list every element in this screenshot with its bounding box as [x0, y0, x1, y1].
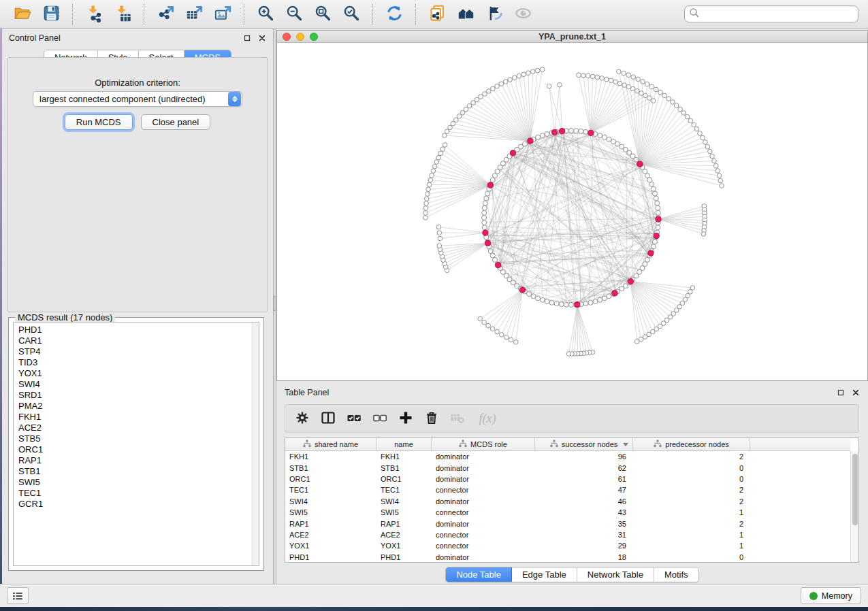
table-row[interactable]: TEC1TEC1connector472	[285, 484, 850, 495]
table-cell: dominator	[432, 497, 535, 506]
table-cell: 0	[633, 464, 750, 472]
export-image-button[interactable]	[208, 2, 237, 27]
mcds-result-item[interactable]: STB1	[18, 466, 252, 477]
mcds-result-item[interactable]: STB5	[18, 433, 252, 444]
mcds-result-item[interactable]: SWI5	[18, 477, 252, 488]
table-scrollbar-track[interactable]	[850, 451, 858, 562]
zoom-fit-button[interactable]	[308, 2, 337, 27]
table-cell: 0	[633, 553, 750, 561]
table-row[interactable]: SWI5SWI5connector431	[285, 507, 850, 518]
mcds-result-item[interactable]: ACE2	[18, 423, 252, 433]
close-panel-button[interactable]: Close panel	[141, 114, 211, 130]
refresh-button[interactable]	[380, 2, 408, 27]
float-panel-icon[interactable]	[242, 34, 251, 43]
table-row[interactable]: PHD1PHD1dominator180	[285, 552, 850, 563]
column-header-mcds-role[interactable]: MCDS role	[432, 438, 535, 450]
search-field[interactable]	[684, 5, 858, 22]
gear-button[interactable]	[292, 408, 312, 429]
export-table-button[interactable]	[180, 2, 208, 27]
table-scrollbar-thumb[interactable]	[852, 454, 858, 525]
eye-button[interactable]	[509, 2, 537, 27]
table-row[interactable]: STB1STB1dominator620	[285, 462, 850, 473]
mcds-result-item[interactable]: RAP1	[18, 455, 252, 466]
mcds-result-item[interactable]: SRD1	[18, 390, 252, 401]
column-header-predecessor-nodes[interactable]: predecessor nodes	[633, 438, 750, 450]
houses-icon	[457, 4, 475, 24]
split-view-button[interactable]	[318, 408, 338, 429]
network-graph[interactable]	[277, 44, 867, 380]
float-table-panel-icon[interactable]	[836, 389, 845, 397]
delete-table-button[interactable]	[447, 408, 468, 429]
mcds-result-item[interactable]: SWI4	[18, 379, 252, 390]
mcds-result-item[interactable]: FKH1	[18, 412, 252, 423]
table-cell: 61	[535, 475, 633, 483]
tab-motifs[interactable]: Motifs	[654, 567, 698, 582]
mcds-result-item[interactable]: TID3	[18, 357, 252, 368]
mcds-hub-node	[628, 279, 633, 284]
doc-share-button[interactable]	[423, 2, 451, 27]
houses-button[interactable]	[451, 2, 480, 27]
import-network-button[interactable]	[80, 2, 108, 27]
zoom-selected-button[interactable]	[337, 2, 366, 27]
mcds-result-item[interactable]: CAR1	[18, 335, 252, 346]
function-builder-icon: f(x)	[479, 412, 496, 426]
table-row[interactable]: YOX1YOX1connector291	[285, 540, 850, 551]
table-cell: dominator	[432, 464, 535, 472]
table-cell: 1	[633, 531, 750, 539]
column-header-shared-name[interactable]: shared name	[285, 438, 376, 450]
tab-node-table[interactable]: Node Table	[446, 567, 512, 582]
tab-network-table[interactable]: Network Table	[577, 567, 654, 582]
table-header-row: shared name name MCDS role successor nod…	[285, 438, 850, 451]
show-panels-list-button[interactable]	[7, 587, 29, 604]
table-row[interactable]: ACE2ACE2connector311	[285, 529, 850, 540]
export-network-button[interactable]	[151, 2, 180, 27]
minimize-traffic-light[interactable]	[296, 33, 304, 41]
run-mcds-button[interactable]: Run MCDS	[65, 114, 133, 130]
table-row[interactable]: FKH1FKH1dominator962	[285, 451, 850, 462]
network-graph-canvas[interactable]	[277, 44, 867, 380]
table-cell: SWI5	[285, 508, 376, 516]
mcds-hub-node	[575, 302, 580, 308]
add-button[interactable]	[396, 408, 416, 429]
close-table-panel-icon[interactable]	[851, 389, 860, 397]
zoom-in-button[interactable]	[251, 2, 280, 27]
column-header-name[interactable]: name	[376, 438, 432, 450]
select-all-button[interactable]	[344, 408, 364, 429]
column-header-successor-nodes[interactable]: successor nodes	[535, 438, 633, 450]
mcds-result-list[interactable]: PHD1CAR1STP4TID3YOX1SWI4SRD1PMA2FKH1ACE2…	[14, 323, 252, 565]
table-cell: connector	[432, 486, 535, 494]
mcds-result-item[interactable]: STP4	[18, 346, 252, 357]
optimization-criterion-select[interactable]: largest connected component (undirected)	[33, 91, 242, 107]
save-button[interactable]	[37, 2, 65, 27]
mcds-result-item[interactable]: YOX1	[18, 368, 252, 379]
export-table-icon	[185, 4, 204, 24]
deselect-all-button[interactable]	[370, 408, 390, 429]
mcds-list-scrollbar[interactable]	[252, 323, 259, 565]
close-traffic-light[interactable]	[283, 33, 291, 41]
memory-button[interactable]: Memory	[801, 587, 861, 604]
mcds-result-item[interactable]: ORC1	[18, 444, 252, 455]
flag-button[interactable]	[480, 2, 509, 27]
mcds-result-item[interactable]: TEC1	[18, 488, 252, 499]
open-folder-button[interactable]	[8, 2, 37, 27]
delete-button[interactable]	[421, 408, 442, 429]
table-cell: connector	[432, 542, 535, 550]
search-input[interactable]	[702, 9, 854, 20]
zoom-out-button[interactable]	[280, 2, 308, 27]
table-body[interactable]: FKH1FKH1dominator962STB1STB1dominator620…	[285, 451, 850, 562]
import-network-icon	[85, 4, 103, 24]
close-panel-icon[interactable]	[257, 34, 266, 43]
mcds-result-item[interactable]: PHD1	[18, 325, 252, 335]
tab-edge-table[interactable]: Edge Table	[512, 567, 577, 582]
table-row[interactable]: RAP1RAP1dominator352	[285, 518, 850, 529]
import-table-button[interactable]	[108, 2, 137, 27]
zoom-traffic-light[interactable]	[310, 33, 318, 41]
table-cell: 96	[535, 452, 633, 461]
fx-button[interactable]: f(x)	[473, 408, 502, 429]
table-row[interactable]: SWI4SWI4dominator462	[285, 496, 850, 507]
mcds-result-item[interactable]: GCR1	[18, 499, 252, 510]
cytoscape-window: Control Panel Network Style Select MCDS …	[0, 0, 868, 611]
table-row[interactable]: ORC1ORC1dominator610	[285, 474, 850, 484]
zoom-out-icon	[285, 4, 304, 24]
mcds-result-item[interactable]: PMA2	[18, 401, 252, 412]
